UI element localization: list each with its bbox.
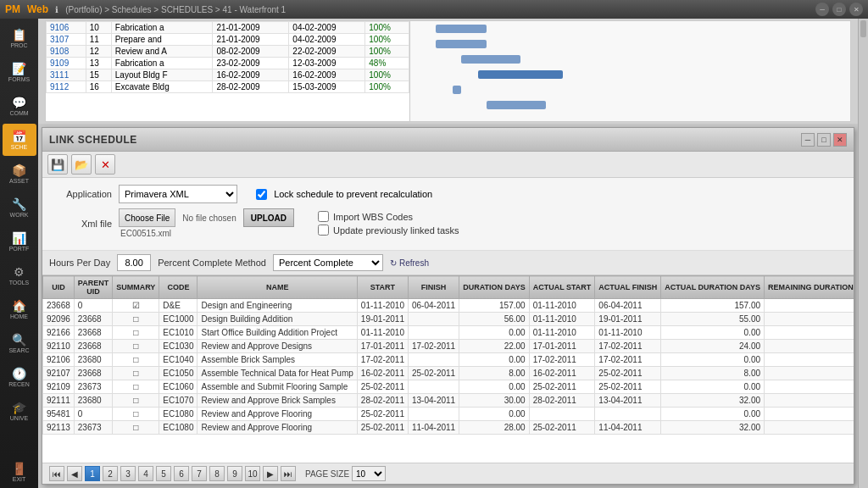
sidebar-item-univer[interactable]: 🎓 UNIVE <box>3 395 36 427</box>
app-name: Web <box>27 3 48 15</box>
bg-row-link[interactable]: 9106 <box>50 23 69 32</box>
choose-file-button[interactable]: Choose File <box>119 208 175 227</box>
cancel-button[interactable]: ✕ <box>95 154 115 175</box>
page-9-btn[interactable]: 9 <box>227 466 242 481</box>
sidebar-item-tools[interactable]: ⚙ TOOLS <box>3 259 36 291</box>
page-5-btn[interactable]: 5 <box>156 466 171 481</box>
percent-complete-select[interactable]: Percent Complete <box>273 254 383 271</box>
sidebar-item-home[interactable]: 🏠 HOME <box>3 293 36 325</box>
bg-row-link[interactable]: 3111 <box>50 70 69 80</box>
table-row: 954810□EC1080Review and Approve Flooring… <box>43 408 854 421</box>
sidebar-comm-label: COMM <box>9 110 28 116</box>
link-schedule-dialog: LINK SCHEDULE ─ □ ✕ 💾 📂 ✕ Appli <box>42 127 854 485</box>
sidebar-search-label: SEARC <box>8 347 29 353</box>
sidebar-item-sche[interactable]: 📅 SCHE <box>3 124 36 156</box>
table-header-row: UID PARENTUID SUMMARY CODE NAME START FI… <box>43 276 854 299</box>
bg-row-link[interactable]: 9108 <box>50 47 69 56</box>
page-size-label: PAGE SIZE <box>305 469 349 479</box>
col-code: CODE <box>159 276 198 299</box>
lock-schedule-checkbox[interactable] <box>256 189 267 200</box>
content-area: 910610Fabrication a21-01-200904-02-20091… <box>38 19 858 488</box>
sidebar-item-portf[interactable]: 📊 PORTF <box>3 225 36 258</box>
xmlfile-row: Xml file Choose File No file chosen UPLO… <box>53 208 843 238</box>
pagination: ⏮ ◀ 1 2 3 4 5 6 7 8 9 10 ▶ ⏭ PAGE SIZE <box>42 463 854 484</box>
sidebar-item-forms[interactable]: 📝 FORMS <box>3 56 36 88</box>
page-8-btn[interactable]: 8 <box>209 466 225 481</box>
sidebar-proc-label: PROC <box>10 42 27 48</box>
sidebar-univer-label: UNIVE <box>10 415 28 421</box>
dialog-close-btn[interactable]: ✕ <box>833 133 847 147</box>
page-7-btn[interactable]: 7 <box>192 466 207 481</box>
page-last-btn[interactable]: ⏭ <box>281 466 296 481</box>
refresh-button[interactable]: ↻ Refresh <box>390 258 429 268</box>
bg-table-row: 911216Excavate Bldg28-02-200915-03-20091… <box>47 81 409 93</box>
data-table: UID PARENTUID SUMMARY CODE NAME START FI… <box>42 275 854 435</box>
upload-button[interactable]: UPLOAD <box>243 208 294 227</box>
page-4-btn[interactable]: 4 <box>138 466 153 481</box>
col-actual-duration-days: ACTUAL DURATION DAYS <box>661 276 765 299</box>
percent-complete-label: Percent Complete Method <box>158 258 266 268</box>
sidebar-forms-label: FORMS <box>8 76 30 82</box>
maximize-icon[interactable]: □ <box>832 3 846 16</box>
col-summary: SUMMARY <box>113 276 159 299</box>
form-section: Application Primavera XML Lock schedule … <box>42 178 854 251</box>
col-actual-start: ACTUAL START <box>529 276 595 299</box>
page-2-btn[interactable]: 2 <box>103 466 118 481</box>
file-name-display: No file chosen <box>182 214 236 223</box>
right-scrollbar[interactable] <box>858 19 868 488</box>
sidebar-item-exit[interactable]: 🚪 EXIT <box>3 456 36 488</box>
sidebar-item-asset[interactable]: 📦 ASSET <box>3 158 36 190</box>
xml-file-label: Xml file <box>53 219 112 229</box>
page-6-btn[interactable]: 6 <box>174 466 189 481</box>
page-3-btn[interactable]: 3 <box>120 466 136 481</box>
save-button[interactable]: 💾 <box>47 154 68 175</box>
page-prev-btn[interactable]: ◀ <box>67 466 82 481</box>
col-uid: UID <box>43 276 75 299</box>
sidebar-sche-label: SCHE <box>11 144 27 150</box>
sidebar-tools-label: TOOLS <box>9 280 30 286</box>
sche-icon: 📅 <box>12 130 26 142</box>
app-logo: PM <box>5 3 20 15</box>
proc-icon: 📋 <box>12 29 26 41</box>
page-10-btn[interactable]: 10 <box>245 466 260 481</box>
file-ref: EC00515.xml <box>120 229 294 238</box>
sidebar-item-recent[interactable]: 🕐 RECEN <box>3 361 36 393</box>
top-bar-info-icon[interactable]: ℹ <box>55 5 58 14</box>
minimize-icon[interactable]: ─ <box>815 3 829 16</box>
bg-row-link[interactable]: 3107 <box>50 35 69 44</box>
sidebar-item-comm[interactable]: 💬 COMM <box>3 90 36 122</box>
sidebar-item-search[interactable]: 🔍 SEARC <box>3 327 36 359</box>
asset-icon: 📦 <box>12 164 26 176</box>
sidebar-item-proc[interactable]: 📋 PROC <box>3 22 36 54</box>
breadcrumb: (Portfolio) > Schedules > SCHEDULES > 41… <box>65 5 815 14</box>
search-icon: 🔍 <box>12 334 26 346</box>
bg-row-link[interactable]: 9112 <box>50 82 69 92</box>
open-button[interactable]: 📂 <box>71 154 92 175</box>
bg-row-link[interactable]: 9109 <box>50 58 69 68</box>
bg-table-row: 910610Fabrication a21-01-200904-02-20091… <box>47 22 409 34</box>
application-select[interactable]: Primavera XML <box>119 185 237 203</box>
sidebar-work-label: WORK <box>10 212 29 218</box>
close-icon[interactable]: ✕ <box>849 3 863 16</box>
page-1-btn[interactable]: 1 <box>85 466 100 481</box>
col-parent-uid: PARENTUID <box>74 276 112 299</box>
update-tasks-checkbox[interactable] <box>318 225 329 236</box>
sidebar-item-work[interactable]: 🔧 WORK <box>3 191 36 224</box>
import-wbs-checkbox[interactable] <box>318 211 329 222</box>
page-next-btn[interactable]: ▶ <box>263 466 278 481</box>
dialog-maximize-btn[interactable]: □ <box>817 133 831 147</box>
table-controls: Hours Per Day Percent Complete Method Pe… <box>42 251 854 275</box>
page-size-select[interactable]: 10 25 50 <box>352 466 386 481</box>
table-wrapper[interactable]: UID PARENTUID SUMMARY CODE NAME START FI… <box>42 275 854 463</box>
sidebar-portf-label: PORTF <box>9 246 30 252</box>
univer-icon: 🎓 <box>12 402 26 413</box>
sidebar: 📋 PROC 📝 FORMS 💬 COMM 📅 SCHE 📦 ASSET 🔧 W… <box>0 19 38 488</box>
table-row: 9211023668□EC1030Review and Approve Desi… <box>43 340 854 353</box>
dialog-minimize-btn[interactable]: ─ <box>801 133 815 147</box>
sidebar-asset-label: ASSET <box>9 178 29 184</box>
hours-per-day-label: Hours Per Day <box>49 258 110 268</box>
bg-table-row: 910913Fabrication a23-02-200912-03-20094… <box>47 58 409 69</box>
hours-per-day-input[interactable] <box>117 254 151 271</box>
page-first-btn[interactable]: ⏮ <box>49 466 64 481</box>
update-tasks-label: Update previously linked tasks <box>333 225 459 236</box>
